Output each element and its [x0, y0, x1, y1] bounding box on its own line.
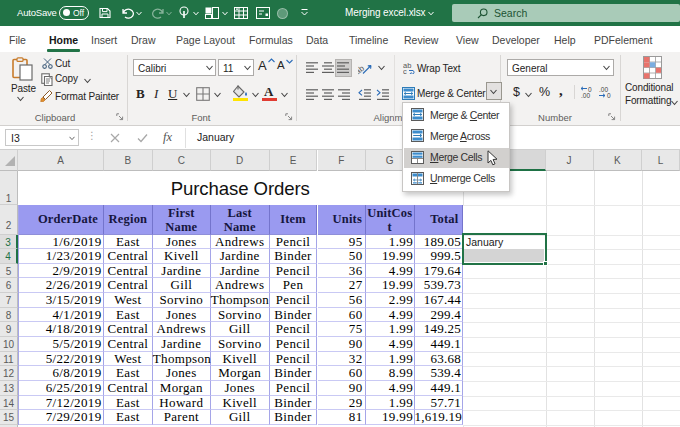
svg-text:.00: .00	[581, 92, 590, 99]
svg-text:c: c	[403, 67, 407, 74]
svg-text:ab: ab	[358, 64, 366, 75]
svg-text:0: 0	[607, 92, 611, 99]
